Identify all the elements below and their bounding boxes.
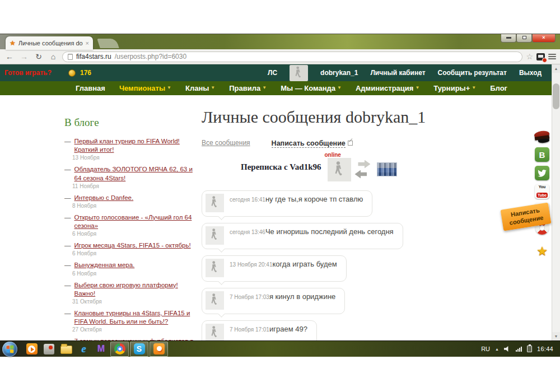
blog-date: 31 Октября [72,298,196,305]
blog-link[interactable]: Клановые турниры на 4Stars, FIFA15 и FIF… [74,309,197,326]
tab-close-icon[interactable]: × [86,40,89,46]
blog-link[interactable]: Вынужденная мера. [74,261,135,269]
menu-item-blog[interactable]: Блог [490,84,507,92]
blog-link[interactable]: Игрок месяца 4Stars, FIFA15 - октябрь! [74,241,191,250]
report-result-link[interactable]: Сообщить результат [438,69,507,77]
menu-item-tournaments[interactable]: Турниры+▼ [433,84,476,92]
message-bubble: 7 Ноября 17:01играем 49? [202,320,317,340]
start-button[interactable] [2,342,17,357]
ready-to-play-link[interactable]: Готов играть? [4,69,52,77]
edit-icon [348,141,353,146]
sender-avatar[interactable] [206,226,224,245]
star-award-icon[interactable]: ★ [536,245,548,258]
vk-icon[interactable]: B [535,147,549,162]
blog-link[interactable]: Обладатель ЗОЛОТОГО МЯЧА 62, 63 и 64 сез… [74,165,197,182]
m-app-taskbar-icon[interactable]: M [92,342,110,356]
browser-window: ★ Личные сообщения dob × × ← → ↻ ⌂ fifa4… [0,34,560,340]
message-text: я кинул в ориджине [269,292,335,301]
chrome-menu-icon[interactable] [548,54,556,59]
blog-item: —Выбери свою игровую платформу! Важно! [64,281,196,298]
scrollbar-thumb[interactable] [553,83,559,109]
chevron-down-icon: ▼ [337,85,342,90]
url-domain: fifa4stars.ru [76,53,111,60]
tab-title: Личные сообщения dob [18,40,83,46]
home-icon[interactable]: ⌂ [48,53,59,60]
page-viewport: Готов играть? 176 ЛС dobrykan_1 Личный к… [0,64,560,340]
language-indicator[interactable]: RU [481,346,490,352]
write-message-link[interactable]: Написать сообщение [272,139,346,148]
close-button[interactable]: × [532,34,556,43]
blog-sidebar-title: В блоге [64,116,196,129]
twitter-icon[interactable] [535,166,549,180]
browser-titlebar[interactable]: ★ Личные сообщения dob × × [0,34,560,49]
team-logo-image[interactable] [377,162,397,176]
player-avatar-icon [207,227,222,244]
message-text: ну где ты,я короче тп ставлю [265,195,363,203]
url-path: /userposts.php?id=6030 [115,53,186,60]
page-scrollbar[interactable]: ▲ ▼ [552,64,560,340]
menu-item-administration[interactable]: Администрация▼ [356,84,419,92]
menu-item-clans[interactable]: Кланы▼ [185,84,215,92]
logout-link[interactable]: Выход [519,69,542,77]
media-player-taskbar-icon[interactable] [23,342,40,356]
explorer-taskbar-icon[interactable] [58,342,75,356]
volume-icon[interactable] [504,346,511,352]
address-bar[interactable]: fifa4stars.ru/userposts.php?id=6030 [62,52,522,62]
message-date: сегодня 13:46 [230,229,265,235]
internet-explorer-taskbar-icon[interactable]: e [75,342,92,356]
message-bubble: сегодня 13:46Че игноришь последний день … [202,223,403,249]
military-cap-icon[interactable] [534,131,550,143]
chrome-taskbar-button[interactable] [110,342,129,357]
user-avatar[interactable] [290,65,308,81]
private-messages-link[interactable]: ЛС [268,69,277,77]
blog-link[interactable]: Выбери свою игровую платформу! Важно! [74,281,197,298]
coin-balance: 176 [80,69,91,77]
scroll-up-icon[interactable]: ▲ [552,64,560,73]
arrow-left-icon[interactable] [354,170,367,179]
browser-tab[interactable]: ★ Личные сообщения dob × [6,36,93,50]
menu-item-team[interactable]: Мы — Команда▼ [281,84,342,92]
sender-avatar[interactable] [206,324,224,340]
player-avatar-icon [207,292,222,309]
minimize-button[interactable] [501,34,516,43]
conversation-avatar[interactable] [328,158,351,181]
arrow-right-icon[interactable] [358,160,370,169]
system-tray: RU ▲ 16:44 [481,346,560,352]
sender-avatar[interactable] [206,259,224,277]
menu-item-rules[interactable]: Правила▼ [229,84,267,92]
battery-icon[interactable] [527,346,532,352]
blog-link[interactable]: Интервью с Danfee. [74,194,134,202]
mail-agent-taskbar-button[interactable] [150,342,168,357]
sender-avatar[interactable] [206,194,224,212]
back-icon[interactable]: ← [4,53,15,60]
blog-link[interactable]: Первый клан турнир по FIFA World! Кратки… [74,137,197,154]
browser-toolbar: ← → ↻ ⌂ fifa4stars.ru/userposts.php?id=6… [0,49,560,64]
restore-button[interactable] [516,34,532,43]
windows-taskbar: e M S RU ▲ 16:44 [0,340,560,357]
blog-sidebar: В блоге —Первый клан турнир по FIFA Worl… [64,116,196,340]
player-avatar-icon [207,259,222,276]
network-signal-icon[interactable] [516,346,522,352]
reload-icon[interactable]: ↻ [33,53,44,60]
menu-item-home[interactable]: Главная [76,84,105,92]
bookmark-star-icon[interactable]: ☆ [526,53,533,60]
message-bubble: 7 Ноября 17:03я кинул в ориджине [202,288,345,314]
username-link[interactable]: dobrykan_1 [320,69,358,77]
forward-icon[interactable]: → [18,53,30,60]
conversation-label: Переписка с Vad1k96 [241,162,321,172]
youtube-icon[interactable]: YouTube [535,184,549,199]
scroll-down-icon[interactable]: ▼ [552,332,560,340]
tray-expand-icon[interactable]: ▲ [495,347,499,351]
new-tab-button[interactable] [97,39,119,48]
menu-item-championships[interactable]: Чемпионаты▼ [119,84,171,92]
skype-taskbar-button[interactable]: S [130,342,148,357]
clock[interactable]: 16:44 [537,346,553,352]
utility-app-taskbar-icon[interactable] [40,342,58,356]
all-messages-link[interactable]: Все сообщения [202,139,250,147]
personal-cabinet-link[interactable]: Личный кабинет [370,69,425,77]
message-date: сегодня 16:41 [230,197,265,203]
site-favicon-star-icon: ★ [10,40,16,46]
extension-icon[interactable] [536,53,545,60]
sender-avatar[interactable] [206,291,224,310]
blog-link[interactable]: Открыто голосование - «Лучший гол 64 сез… [74,213,197,230]
